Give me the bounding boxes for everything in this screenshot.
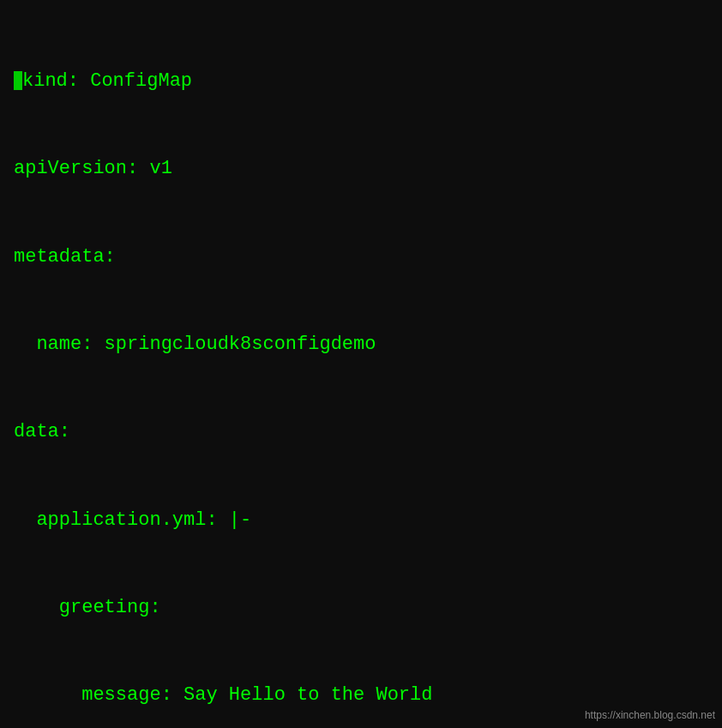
cursor-indicator xyxy=(14,71,22,90)
code-line-4: name: springcloudk8sconfigdemo xyxy=(14,330,708,359)
code-line-1: kind: ConfigMap xyxy=(14,67,708,96)
code-line-2: apiVersion: v1 xyxy=(14,154,708,184)
code-editor: kind: ConfigMap apiVersion: v1 metadata:… xyxy=(14,9,708,728)
code-line-6: application.yml: |- xyxy=(14,506,708,535)
code-line-7: greeting: xyxy=(14,593,708,623)
code-line-3: metadata: xyxy=(14,243,708,272)
code-line-8: message: Say Hello to the World xyxy=(14,681,708,710)
code-line-5: data: xyxy=(14,418,708,447)
watermark-text: https://xinchen.blog.csdn.net xyxy=(585,709,715,721)
